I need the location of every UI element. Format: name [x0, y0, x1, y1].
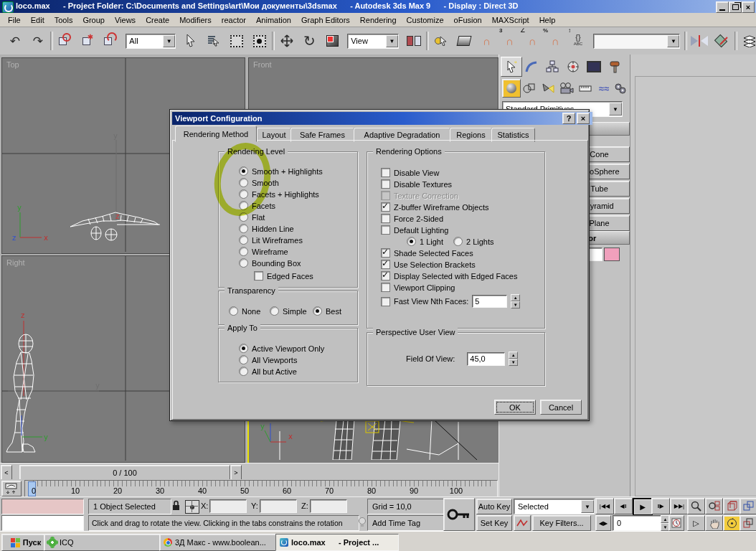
- dialog-help-button[interactable]: ?: [562, 113, 575, 124]
- arc-rotate-icon[interactable]: [723, 515, 741, 531]
- fast-view-spinner[interactable]: ▲ ▼: [511, 294, 520, 309]
- select-and-manipulate-icon[interactable]: [430, 30, 452, 52]
- zoom-extents-icon[interactable]: [723, 498, 741, 514]
- layer-manager-icon[interactable]: [739, 30, 756, 52]
- category-helpers-icon[interactable]: [577, 80, 594, 96]
- tab-hierarchy[interactable]: [542, 58, 562, 75]
- menu-tools[interactable]: Tools: [49, 16, 78, 24]
- restore-button[interactable]: [729, 1, 742, 13]
- time-configuration-button[interactable]: [668, 515, 684, 531]
- unlink-selection-icon[interactable]: ✱: [77, 30, 99, 52]
- play-animation-button[interactable]: ▶: [633, 498, 653, 516]
- radio-facets-highlights[interactable]: Facets + Highlights: [239, 189, 319, 199]
- menu-help[interactable]: Help: [534, 16, 561, 24]
- menu-modifiers[interactable]: Modifiers: [174, 16, 217, 24]
- angle-snap-toggle-icon[interactable]: ∩∠: [499, 30, 520, 52]
- start-button[interactable]: Пуск: [1, 534, 50, 551]
- percent-snap-toggle-icon[interactable]: ∩%: [521, 30, 543, 52]
- absolute-offset-mode-icon[interactable]: [185, 500, 199, 514]
- selection-set-dropdown[interactable]: Selected ▼: [514, 499, 595, 514]
- close-button[interactable]: ×: [742, 1, 755, 13]
- cancel-button[interactable]: Cancel: [540, 400, 582, 415]
- keyboard-shortcut-override-icon[interactable]: [453, 30, 475, 52]
- set-key-button[interactable]: Set Key: [476, 515, 512, 531]
- add-time-tag[interactable]: Add Time Tag: [367, 515, 445, 531]
- tab-modify[interactable]: [521, 58, 542, 75]
- open-mini-curve-editor-icon[interactable]: [1, 481, 22, 496]
- zoom-extents-all-icon[interactable]: [740, 498, 756, 514]
- chevron-down-icon[interactable]: ▼: [163, 35, 175, 47]
- named-selection-dropdown[interactable]: ▼: [593, 34, 681, 49]
- minimize-button[interactable]: [716, 1, 729, 13]
- rectangular-selection-region-icon[interactable]: [226, 30, 247, 52]
- pan-hand-icon[interactable]: [705, 515, 723, 531]
- field-of-view-icon[interactable]: ▷: [687, 515, 705, 531]
- undo-icon[interactable]: ↶: [4, 30, 26, 52]
- checkbox-force-2-sided[interactable]: Force 2-Sided: [381, 214, 443, 223]
- category-geometry-icon[interactable]: [502, 79, 521, 98]
- key-filters-button[interactable]: Key Filters...: [532, 515, 591, 531]
- menu-ofusion[interactable]: oFusion: [449, 16, 487, 24]
- radio-flat[interactable]: Flat: [239, 212, 265, 222]
- timeline-ruler[interactable]: 0 10 20 30 40 50 60 70 80 90 100: [24, 480, 498, 497]
- radio-1-light[interactable]: 1 Light: [407, 237, 443, 246]
- set-keys-button[interactable]: [443, 498, 475, 531]
- fov-value-field[interactable]: 45,0: [467, 352, 505, 366]
- select-and-link-icon[interactable]: [55, 30, 76, 52]
- object-color-swatch[interactable]: [604, 248, 620, 261]
- radio-transparency-none[interactable]: None: [229, 306, 260, 316]
- viewport-configuration-dialog[interactable]: Viewport Configuration ? × Rendering Met…: [169, 109, 590, 421]
- y-coordinate-field[interactable]: [260, 499, 297, 513]
- go-to-end-button[interactable]: ▶▶|: [670, 498, 689, 514]
- chevron-down-icon[interactable]: ▼: [667, 35, 679, 47]
- tab-utilities[interactable]: [605, 58, 625, 75]
- time-slider-next-button[interactable]: >: [230, 465, 242, 480]
- tab-motion[interactable]: [563, 58, 583, 75]
- radio-wireframe[interactable]: Wireframe: [239, 247, 288, 256]
- align-icon[interactable]: [712, 30, 733, 52]
- menu-rendering[interactable]: Rendering: [355, 16, 402, 24]
- default-in-out-tangents-icon[interactable]: [514, 515, 531, 531]
- category-shapes-icon[interactable]: [521, 80, 538, 96]
- radio-active-viewport-only[interactable]: Active Viewport Only: [239, 344, 324, 353]
- fov-spinner[interactable]: ▲ ▼: [509, 352, 518, 366]
- radio-bounding-box[interactable]: Bounding Box: [239, 258, 301, 268]
- selection-filter-dropdown[interactable]: All ▼: [126, 34, 176, 49]
- tab-display[interactable]: [584, 58, 604, 75]
- radio-all-but-active[interactable]: All but Active: [239, 367, 297, 376]
- tab-create[interactable]: [501, 57, 522, 77]
- use-center-flyout-icon[interactable]: [403, 30, 425, 52]
- checkbox-fast-view-nth-faces[interactable]: Fast View Nth Faces: 5 ▲ ▼: [381, 294, 520, 309]
- key-mode-toggle-button[interactable]: ◀▶: [595, 515, 611, 531]
- chevron-down-icon[interactable]: ▼: [581, 500, 594, 513]
- radio-transparency-best[interactable]: Best: [313, 306, 341, 316]
- previous-frame-button[interactable]: ◀‖: [614, 498, 633, 514]
- menu-animation[interactable]: Animation: [251, 16, 296, 24]
- menu-group[interactable]: Group: [77, 16, 110, 24]
- checkbox-use-selection-brackets[interactable]: Use Selection Brackets: [381, 260, 476, 269]
- window-crossing-toggle-icon[interactable]: [249, 30, 270, 52]
- select-and-scale-icon[interactable]: [321, 30, 343, 52]
- time-slider-prev-button[interactable]: <: [1, 465, 12, 480]
- checkbox-disable-view[interactable]: Disable View: [381, 168, 439, 177]
- radio-all-viewports[interactable]: All Viewports: [239, 355, 297, 364]
- menu-create[interactable]: Create: [141, 16, 174, 24]
- radio-2-lights[interactable]: 2 Lights: [453, 237, 494, 246]
- menu-maxscript[interactable]: MAXScript: [487, 16, 534, 24]
- menu-file[interactable]: File: [3, 16, 26, 24]
- checkbox-display-selected-edged-faces[interactable]: Display Selected with Edged Faces: [381, 271, 517, 281]
- z-coordinate-field[interactable]: [310, 499, 347, 513]
- select-and-move-icon[interactable]: [276, 30, 298, 52]
- checkbox-viewport-clipping[interactable]: Viewport Clipping: [381, 283, 455, 292]
- selection-lock-icon[interactable]: [171, 499, 181, 512]
- maximize-viewport-toggle-icon[interactable]: [740, 515, 756, 531]
- menu-reactor[interactable]: reactor: [217, 16, 251, 24]
- ok-button[interactable]: OK: [494, 400, 536, 415]
- go-to-start-button[interactable]: |◀◀: [595, 498, 614, 514]
- zoom-icon[interactable]: [687, 498, 705, 514]
- taskbar-item-browser[interactable]: 3Д Макс - www.boolean...: [159, 534, 281, 551]
- category-cameras-icon[interactable]: [558, 80, 575, 96]
- select-and-rotate-icon[interactable]: ↻: [298, 30, 320, 52]
- radio-hidden-line[interactable]: Hidden Line: [239, 224, 294, 233]
- radio-smooth[interactable]: Smooth: [239, 178, 279, 187]
